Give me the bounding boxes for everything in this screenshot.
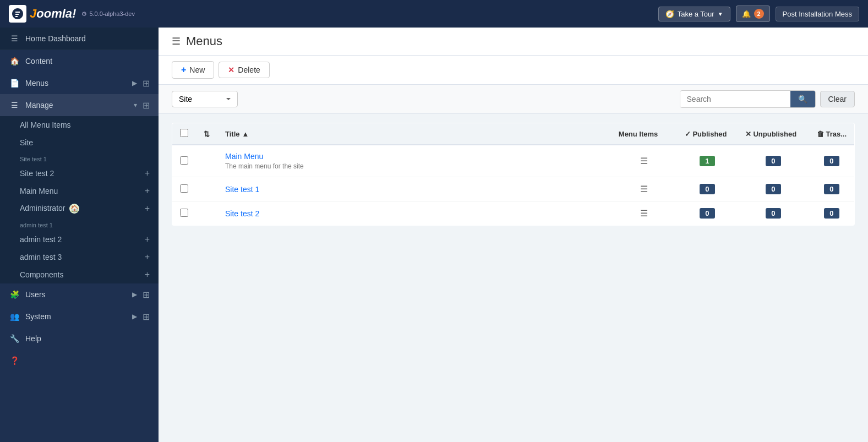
sidebar-item-content[interactable]: 📄 Menus ▶ ⊞ xyxy=(0,72,159,94)
sidebar-toggle-menu[interactable]: ☰ Home Dashboard xyxy=(0,28,159,50)
th-title[interactable]: Title ▲ xyxy=(217,123,611,145)
home-icon: 🏠 xyxy=(9,56,20,67)
trash-badge-main-menu[interactable]: 0 xyxy=(824,156,839,166)
sidebar-item-main-menu[interactable]: Administrator 🏠 + xyxy=(0,200,159,217)
menu-items-list-icon-site-test-2[interactable]: ☰ xyxy=(640,209,648,218)
new-button[interactable]: + New xyxy=(172,61,214,79)
published-badge-site-test-2[interactable]: 0 xyxy=(700,208,715,219)
row-published-cell: 0 xyxy=(677,201,738,226)
filter-left: Site xyxy=(172,91,238,107)
menu-link-site-test-2[interactable]: Site test 2 xyxy=(225,209,259,218)
delete-button[interactable]: ✕ Delete xyxy=(219,62,269,78)
trash-badge-site-test-1[interactable]: 0 xyxy=(824,184,839,194)
row-menu-items-cell: ☰ xyxy=(611,177,677,201)
row-title-cell: Site test 1 xyxy=(217,177,611,201)
sidebar-item-users[interactable]: 👥 System ▶ ⊞ xyxy=(0,305,159,328)
search-button[interactable]: 🔍 xyxy=(790,91,815,107)
sidebar: ☰ Home Dashboard 🏠 Content 📄 Menus ▶ ⊞ ☰… xyxy=(0,28,159,442)
row-checkbox-main-menu[interactable] xyxy=(180,156,188,165)
sidebar-item-site-test-1[interactable]: Site test 2 + xyxy=(0,165,159,182)
components-grid-icon[interactable]: ⊞ xyxy=(143,290,150,300)
sidebar-item-components[interactable]: 🧩 Users ▶ ⊞ xyxy=(0,283,159,305)
menu-link-main-menu[interactable]: Main Menu xyxy=(225,152,263,161)
row-checkbox-cell xyxy=(172,145,196,177)
row-title-cell: Main Menu The main menu for the site xyxy=(217,145,611,177)
sidebar-item-help[interactable]: ❓ xyxy=(0,350,159,372)
sidebar-item-menus[interactable]: ☰ Manage ▾ ⊞ xyxy=(0,94,159,116)
menu-link-site-test-1[interactable]: Site test 1 xyxy=(225,185,259,194)
row-checkbox-cell xyxy=(172,177,196,201)
site-filter-select[interactable]: Site xyxy=(172,91,238,107)
sidebar-item-all-menu-items[interactable]: Site xyxy=(0,134,159,151)
th-unpublished[interactable]: ✕ Unpublished xyxy=(738,123,809,145)
trash-badge-site-test-2[interactable]: 0 xyxy=(824,208,839,219)
menus-header-icon: ☰ xyxy=(172,35,181,47)
table-container: ⇅ Title ▲ Menu Items ✓ xyxy=(159,114,868,442)
sidebar-item-home-dashboard[interactable]: 🏠 Content xyxy=(0,50,159,72)
main-menu-home-icon: 🏠 xyxy=(69,204,79,214)
unpublished-badge-site-test-1[interactable]: 0 xyxy=(766,184,781,194)
admin-test-3-add-icon[interactable]: + xyxy=(145,270,150,280)
row-trash-cell: 0 xyxy=(809,201,855,226)
main-menu-add-icon[interactable]: + xyxy=(145,204,150,214)
notifications-button[interactable]: 🔔 2 xyxy=(736,6,770,22)
row-trash-cell: 0 xyxy=(809,145,855,177)
search-icon: 🔍 xyxy=(798,95,807,103)
take-a-tour-button[interactable]: 🧭 Take a Tour ▼ xyxy=(658,7,730,21)
post-install-button[interactable]: Post Installation Mess xyxy=(776,7,859,21)
th-checkbox xyxy=(172,123,196,145)
topbar-right: 🧭 Take a Tour ▼ 🔔 2 Post Installation Me… xyxy=(658,6,859,22)
file-icon: 📄 xyxy=(9,78,20,89)
menus-grid-icon[interactable]: ⊞ xyxy=(143,100,150,111)
th-trash[interactable]: 🗑 Tras... xyxy=(809,123,855,145)
users-grid-icon[interactable]: ⊞ xyxy=(143,312,150,322)
published-badge-site-test-1[interactable]: 0 xyxy=(700,184,715,194)
th-sort[interactable]: ⇅ xyxy=(196,123,217,145)
row-published-cell: 1 xyxy=(677,145,738,177)
site-test-1-add-icon[interactable]: + xyxy=(145,168,150,178)
admin-test-2-add-icon[interactable]: + xyxy=(145,252,150,262)
sidebar-item-admin-test-1[interactable]: admin test 2 + xyxy=(0,231,159,248)
menu-items-list-icon-site-test-1[interactable]: ☰ xyxy=(640,184,648,194)
sidebar-item-site-test-2[interactable]: Main Menu + xyxy=(0,182,159,200)
th-menu-items[interactable]: Menu Items xyxy=(611,123,677,145)
topbar-left: Joomla! ⚙ 5.0.0-alpha3-dev xyxy=(9,5,135,23)
menu-items-list-icon-main-menu[interactable]: ☰ xyxy=(640,156,648,166)
topbar: Joomla! ⚙ 5.0.0-alpha3-dev 🧭 Take a Tour… xyxy=(0,0,868,28)
main-content: ☰ Menus + New ✕ Delete Site xyxy=(159,28,868,442)
th-published[interactable]: ✓ Published xyxy=(677,123,738,145)
tour-icon: 🧭 xyxy=(665,10,674,18)
delete-x-icon: ✕ xyxy=(228,66,234,74)
tour-chevron-icon: ▼ xyxy=(718,11,723,17)
published-badge-main-menu[interactable]: 1 xyxy=(700,156,715,166)
row-menu-items-cell: ☰ xyxy=(611,201,677,226)
help-icon: ❓ xyxy=(9,355,20,366)
bell-icon: 🔔 xyxy=(742,10,751,18)
components-chevron-icon: ▶ xyxy=(132,291,137,298)
row-checkbox-site-test-1[interactable] xyxy=(180,184,188,193)
table-row: Site test 1 ☰ 0 0 0 xyxy=(172,177,855,201)
content-grid-icon[interactable]: ⊞ xyxy=(143,78,150,89)
sidebar-item-system[interactable]: 🔧 Help xyxy=(0,328,159,350)
admin-test-1-add-icon[interactable]: + xyxy=(145,234,150,244)
sidebar-item-admin-test-2[interactable]: admin test 3 + xyxy=(0,248,159,266)
table-row: Site test 2 ☰ 0 0 0 xyxy=(172,201,855,226)
site-test-2-add-icon[interactable]: + xyxy=(145,186,150,196)
row-sort-cell xyxy=(196,201,217,226)
search-input[interactable] xyxy=(680,91,790,107)
notifications-count: 2 xyxy=(754,9,764,19)
sidebar-item-manage[interactable]: All Menu Items xyxy=(0,116,159,134)
clear-button[interactable]: Clear xyxy=(820,91,855,107)
table-row: Main Menu The main menu for the site ☰ 1… xyxy=(172,145,855,177)
published-check-icon: ✓ xyxy=(685,130,691,138)
row-checkbox-site-test-2[interactable] xyxy=(180,209,188,217)
unpublished-badge-site-test-2[interactable]: 0 xyxy=(766,208,781,219)
unpublished-badge-main-menu[interactable]: 0 xyxy=(766,156,781,166)
sidebar-item-admin-test-3[interactable]: Components + xyxy=(0,266,159,283)
page-header: ☰ Menus xyxy=(159,28,868,56)
menu-desc-main-menu: The main menu for the site xyxy=(225,162,603,170)
sidebar-section-site: Site test 1 xyxy=(0,151,159,165)
select-all-checkbox[interactable] xyxy=(180,129,188,137)
content-chevron-icon: ▶ xyxy=(132,79,137,87)
toolbar: + New ✕ Delete xyxy=(159,56,868,85)
